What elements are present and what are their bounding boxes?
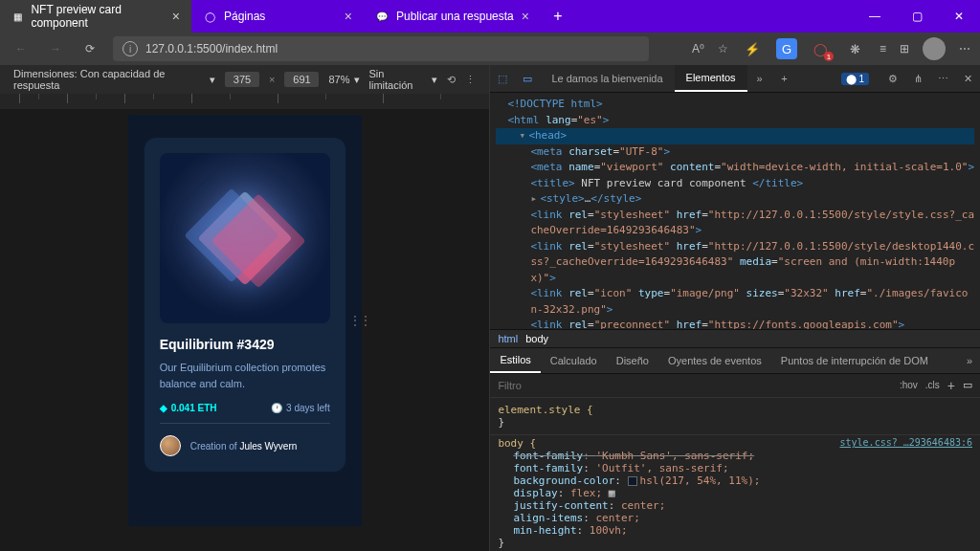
address-bar[interactable]: i 127.0.0.1:5500/index.html — [113, 36, 649, 61]
extension-icon[interactable]: ⚡ — [742, 38, 763, 59]
browser-toolbar: ← → ⟳ i 127.0.0.1:5500/index.html A⁰ ☆ ⚡… — [0, 33, 980, 65]
chat-icon: 💬 — [375, 10, 389, 23]
height-input[interactable]: 691 — [284, 72, 319, 87]
close-icon[interactable]: × — [522, 9, 529, 24]
author-avatar — [160, 435, 181, 456]
browser-tab-1[interactable]: ◯ Páginas × — [191, 0, 364, 33]
cube-art — [197, 191, 292, 286]
github-icon: ◯ — [203, 10, 216, 23]
minimize-button[interactable]: — — [854, 0, 896, 33]
breadcrumb[interactable]: html body — [490, 329, 980, 347]
browser-tab-0[interactable]: ▦ NFT preview card component × — [0, 0, 191, 33]
menu-icon[interactable]: ⋯ — [959, 42, 970, 55]
nft-card: Equilibrium #3429 Our Equilibrium collec… — [145, 138, 345, 472]
device-toggle-icon[interactable]: ▭ — [515, 73, 540, 85]
translate-icon[interactable]: G — [776, 38, 797, 59]
tab-elements[interactable]: Elementos — [675, 65, 747, 92]
close-icon[interactable]: × — [345, 9, 352, 24]
head-node[interactable]: ▾<head> — [496, 128, 974, 144]
devtools-panel: ⬚ ▭ Le damos la bienvenida Elementos » +… — [490, 65, 980, 551]
author-row: Creation of Jules Wyvern — [160, 435, 330, 456]
extension-icon[interactable]: ❋ — [845, 38, 866, 59]
more-icon[interactable]: ⋯ — [930, 73, 955, 85]
new-tab-button[interactable]: + — [541, 0, 575, 33]
profile-avatar[interactable] — [923, 37, 946, 60]
rotate-icon[interactable]: ⟲ — [447, 74, 456, 86]
filter-input[interactable] — [498, 380, 892, 391]
title-bar: ▦ NFT preview card component × ◯ Páginas… — [0, 0, 980, 33]
reload-button[interactable]: ⟳ — [78, 37, 101, 60]
zoom-dropdown[interactable]: 87% ▾ — [328, 74, 359, 86]
devtools-tabs: ⬚ ▭ Le damos la bienvenida Elementos » +… — [490, 65, 980, 93]
dom-tree[interactable]: <!DOCTYPE html> <html lang="es"> ▾<head>… — [490, 93, 980, 329]
nft-image[interactable] — [160, 153, 330, 323]
computed-toggle-icon[interactable]: ▭ — [963, 379, 972, 391]
hov-toggle[interactable]: :hov — [900, 380, 918, 390]
more-icon[interactable]: ⋮ — [465, 74, 476, 86]
width-input[interactable]: 375 — [225, 72, 259, 87]
price-label: 0.041 ETH — [160, 403, 217, 413]
tab-label: Páginas — [224, 10, 265, 23]
close-button[interactable]: ✕ — [938, 0, 980, 33]
issues-badge[interactable]: ⬤ 1 — [830, 65, 880, 92]
crumb-body[interactable]: body — [525, 333, 548, 344]
read-aloud-icon[interactable]: A⁰ — [692, 42, 704, 55]
device-toolbar: Dimensiones: Con capacidad de respuesta … — [0, 65, 489, 94]
divider — [160, 423, 330, 424]
nft-description: Our Equilibrium collection promotes bala… — [160, 360, 330, 391]
file-icon: ▦ — [11, 10, 23, 23]
tab-computed[interactable]: Calculado — [541, 348, 607, 372]
x-label: × — [269, 74, 275, 85]
tab-label: NFT preview card component — [31, 3, 164, 30]
collections-icon[interactable]: ⊞ — [900, 42, 909, 55]
resize-handle-right[interactable]: ⋮⋮ — [348, 313, 369, 328]
more-tabs-icon[interactable]: » — [747, 73, 772, 84]
url-text: 127.0.0.1:5500/index.html — [145, 42, 278, 55]
resize-handle-bottom[interactable]: ════ — [226, 547, 264, 551]
close-icon[interactable]: × — [172, 9, 180, 24]
styles-filter: :hov .cls + ▭ — [490, 374, 980, 398]
add-tab-icon[interactable]: + — [772, 73, 797, 84]
forward-button[interactable]: → — [44, 37, 67, 60]
author-name[interactable]: Jules Wyvern — [239, 441, 297, 452]
adblock-icon[interactable]: ◯ — [811, 38, 832, 59]
browser-tab-2[interactable]: 💬 Publicar una respuesta × — [364, 0, 541, 33]
maximize-button[interactable]: ▢ — [896, 0, 938, 33]
styles-tabs: Estilos Calculado Diseño Oyentes de even… — [490, 347, 980, 373]
customize-icon[interactable]: ⋔ — [905, 73, 930, 85]
crumb-html[interactable]: html — [498, 333, 518, 344]
close-devtools-icon[interactable]: ✕ — [955, 73, 980, 85]
tab-styles[interactable]: Estilos — [490, 348, 540, 372]
time-left-label: 3 days left — [271, 403, 330, 413]
tab-welcome[interactable]: Le damos la bienvenida — [540, 65, 674, 92]
favorites-bar-icon[interactable]: ≡ — [880, 42, 886, 55]
rule-element-style: element.style { } — [490, 402, 980, 435]
device-frame: Equilibrium #3429 Our Equilibrium collec… — [128, 115, 362, 526]
throttle-dropdown[interactable]: Sin limitación ▾ — [369, 68, 438, 91]
tab-listeners[interactable]: Oyentes de eventos — [658, 348, 771, 372]
more-tabs-icon[interactable]: » — [959, 355, 980, 366]
inspect-icon[interactable]: ⬚ — [490, 73, 515, 85]
favorite-icon[interactable]: ☆ — [718, 42, 728, 55]
tab-layout[interactable]: Diseño — [607, 348, 658, 372]
window-controls: — ▢ ✕ — [854, 0, 980, 33]
info-icon[interactable]: i — [122, 41, 138, 56]
tab-breakpoints[interactable]: Puntos de interrupción de DOM — [771, 348, 938, 372]
dimensions-dropdown[interactable]: Dimensiones: Con capacidad de respuesta … — [13, 68, 215, 91]
cls-toggle[interactable]: .cls — [925, 380, 940, 390]
new-rule-icon[interactable]: + — [947, 378, 955, 393]
nft-title[interactable]: Equilibrium #3429 — [160, 337, 330, 352]
back-button[interactable]: ← — [10, 37, 33, 60]
styles-pane[interactable]: element.style { } body {style.css? …2936… — [490, 398, 980, 551]
ruler — [0, 94, 489, 109]
viewport-area: Equilibrium #3429 Our Equilibrium collec… — [0, 109, 489, 551]
settings-icon[interactable]: ⚙ — [880, 73, 905, 85]
rule-body: body {style.css? …293646483:6 font-famil… — [490, 435, 980, 551]
page-viewport-panel: Dimensiones: Con capacidad de respuesta … — [0, 65, 490, 551]
tab-label: Publicar una respuesta — [396, 10, 514, 23]
